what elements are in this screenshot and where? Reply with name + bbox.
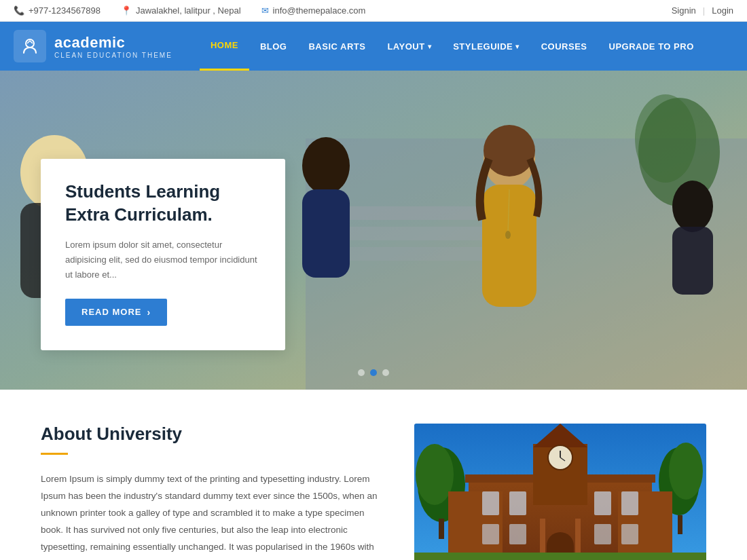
hero-button-arrow: › <box>147 307 151 318</box>
svg-rect-22 <box>439 519 444 539</box>
hero-dots <box>358 369 389 376</box>
hero-button-label: READ MORE <box>81 307 141 317</box>
svg-rect-42 <box>621 524 638 544</box>
hero-section: Students Learning Extra Curriculam. Lore… <box>0 71 747 390</box>
about-body: Lorem Ipsum is simply dummy text of the … <box>41 471 380 560</box>
hero-content-box: Students Learning Extra Curriculam. Lore… <box>41 159 285 350</box>
signin-link[interactable]: Signin <box>672 5 696 16</box>
main-nav: HOME BLOG BASIC ARTS LAYOUT ▾ STYLEGUIDE… <box>200 22 705 71</box>
phone-icon: 📞 <box>14 5 24 16</box>
nav-courses[interactable]: COURSES <box>530 22 598 71</box>
styleguide-caret: ▾ <box>515 43 520 50</box>
logo-icon <box>14 30 46 62</box>
topbar: 📞 +977-1234567898 📍 Jawalakhel, lalitpur… <box>0 0 747 22</box>
svg-point-24 <box>669 443 703 500</box>
hero-dot-2[interactable] <box>370 369 377 376</box>
university-building-svg <box>414 424 706 560</box>
auth-divider: | <box>703 5 705 16</box>
location-icon: 📍 <box>121 5 132 16</box>
brand-tagline: CLEAN EDUCATION THEME <box>54 52 172 59</box>
about-section: About University Lorem Ipsum is simply d… <box>0 390 747 560</box>
location-text: Jawalakhel, lalitpur , Nepal <box>136 5 241 16</box>
topbar-email: ✉ info@themepalace.com <box>261 5 366 16</box>
logo-text: academic CLEAN EDUCATION THEME <box>54 34 172 59</box>
svg-rect-25 <box>678 515 682 534</box>
layout-caret: ▾ <box>428 43 432 50</box>
svg-rect-36 <box>509 491 526 515</box>
svg-rect-41 <box>594 524 611 544</box>
topbar-auth: Signin | Login <box>672 5 733 16</box>
brand-name: academic <box>54 34 172 52</box>
hero-read-more-button[interactable]: READ MORE › <box>65 299 167 326</box>
hero-dot-1[interactable] <box>358 369 365 376</box>
hero-title: Students Learning Extra Curriculam. <box>65 181 261 227</box>
about-image <box>414 424 706 560</box>
svg-point-21 <box>416 444 454 505</box>
phone-number: +977-1234567898 <box>29 5 101 16</box>
email-text: info@themepalace.com <box>273 5 366 16</box>
email-icon: ✉ <box>261 5 269 16</box>
about-title: About University <box>41 424 380 445</box>
hero-description: Lorem ipsum dolor sit amet, consectetur … <box>65 238 261 282</box>
topbar-location: 📍 Jawalakhel, lalitpur , Nepal <box>121 5 241 16</box>
hero-dot-3[interactable] <box>382 369 389 376</box>
nav-layout[interactable]: LAYOUT ▾ <box>376 22 442 71</box>
svg-rect-35 <box>482 491 499 515</box>
header: academic CLEAN EDUCATION THEME HOME BLOG… <box>0 22 747 71</box>
nav-upgrade[interactable]: UPGRADE TO PRO <box>598 22 705 71</box>
svg-rect-38 <box>621 491 638 515</box>
nav-styleguide[interactable]: STYLEGUIDE ▾ <box>442 22 530 71</box>
logo[interactable]: academic CLEAN EDUCATION THEME <box>14 30 172 62</box>
nav-basic-arts[interactable]: BASIC ARTS <box>297 22 376 71</box>
nav-home[interactable]: HOME <box>200 22 249 71</box>
login-link[interactable]: Login <box>712 5 733 16</box>
about-text-area: About University Lorem Ipsum is simply d… <box>41 424 380 560</box>
svg-rect-46 <box>414 553 706 560</box>
topbar-phone: 📞 +977-1234567898 <box>14 5 101 16</box>
svg-rect-37 <box>594 491 611 515</box>
svg-rect-40 <box>509 524 526 544</box>
nav-blog[interactable]: BLOG <box>249 22 298 71</box>
about-title-underline <box>41 453 68 455</box>
svg-rect-39 <box>482 524 499 544</box>
